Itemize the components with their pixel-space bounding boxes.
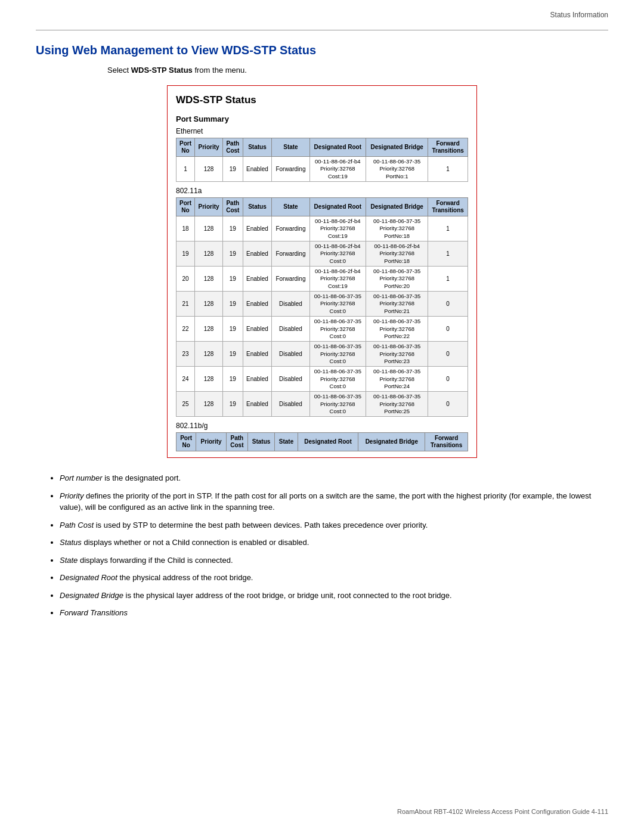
- cell-des-bridge: 00-11-88-06-37-35Priority:32768PortNo:20: [366, 267, 428, 292]
- cell-des-bridge: 00-11-88-06-37-35Priority:32768PortNo:23: [366, 342, 428, 367]
- col-fwd: ForwardTransitions: [428, 138, 468, 157]
- bullet-italic: Path Cost: [60, 521, 94, 529]
- top-divider: [36, 30, 608, 30]
- wds-box-title: WDS-STP Status: [176, 94, 468, 106]
- cell-priority: 128: [195, 317, 223, 342]
- cell-des-root: 00-11-88-06-37-35Priority:32768Cost:0: [309, 367, 366, 392]
- cell-cost: 19: [223, 342, 243, 367]
- cell-des-root: 00-11-88-06-2f-b4Priority:32768Cost:19: [309, 216, 366, 241]
- cell-status: Enabled: [243, 157, 272, 182]
- cell-priority: 128: [195, 367, 223, 392]
- list-item: Forward Transitions: [60, 607, 608, 619]
- cell-status: Enabled: [243, 292, 272, 317]
- bullet-text: is the physical layer address of the roo…: [123, 591, 452, 600]
- cell-fwd: 0: [428, 367, 468, 392]
- cell-des-root: 00-11-88-06-37-35Priority:32768Cost:0: [309, 342, 366, 367]
- table-row: 19 128 19 Enabled Forwarding 00-11-88-06…: [177, 241, 468, 267]
- cell-state: Disabled: [272, 392, 309, 417]
- cell-state: Forwarding: [272, 267, 309, 292]
- bullet-italic: Priority: [60, 491, 83, 500]
- table-row: 24 128 19 Enabled Disabled 00-11-88-06-3…: [177, 367, 468, 392]
- section-802-11bg-label: 802.11b/g: [176, 422, 468, 430]
- cell-cost: 19: [223, 367, 243, 392]
- bullet-text: the physical address of the root bridge.: [117, 573, 253, 582]
- bg-col-des-root: Designated Root: [298, 433, 358, 451]
- a-col-des-bridge: Designated Bridge: [366, 198, 428, 216]
- table-row: 21 128 19 Enabled Disabled 00-11-88-06-3…: [177, 292, 468, 317]
- cell-priority: 128: [195, 292, 223, 317]
- bullet-text: displays whether or not a Child connecti…: [82, 538, 309, 547]
- cell-fwd: 1: [428, 241, 468, 267]
- cell-state: Forwarding: [272, 216, 309, 241]
- cell-port: 23: [177, 342, 195, 367]
- cell-status: Enabled: [243, 216, 272, 241]
- a-table-header-row: PortNo Priority PathCost Status State De…: [177, 198, 468, 216]
- list-item: Path Cost is used by STP to determine th…: [60, 519, 608, 531]
- cell-state: Forwarding: [272, 157, 309, 182]
- page-title: Using Web Management to View WDS-STP Sta…: [36, 44, 608, 57]
- col-state: State: [272, 138, 309, 157]
- cell-fwd: 0: [428, 317, 468, 342]
- list-item: State displays forwarding if the Child i…: [60, 555, 608, 566]
- cell-des-bridge: 00-11-88-06-37-35Priority:32768PortNo:22: [366, 317, 428, 342]
- cell-fwd: 1: [428, 157, 468, 182]
- list-item: Port number is the designated port.: [60, 472, 608, 484]
- cell-port: 1: [177, 157, 195, 182]
- bg-table: PortNo Priority PathCost Status State De…: [176, 432, 468, 451]
- bullet-italic: Forward Transitions: [60, 608, 128, 617]
- cell-cost: 19: [223, 317, 243, 342]
- cell-status: Enabled: [243, 317, 272, 342]
- cell-fwd: 1: [428, 267, 468, 292]
- cell-des-root: 00-11-88-06-2f-b4Priority:32768Cost:19: [309, 267, 366, 292]
- table-row: 23 128 19 Enabled Disabled 00-11-88-06-3…: [177, 342, 468, 367]
- page-container: Status Information Using Web Management …: [0, 0, 644, 833]
- cell-cost: 19: [223, 392, 243, 417]
- cell-des-root: 00-11-88-06-37-35Priority:32768Cost:0: [309, 292, 366, 317]
- bg-col-state: State: [275, 433, 298, 451]
- a-col-status: Status: [243, 198, 272, 216]
- a-col-state: State: [272, 198, 309, 216]
- list-item: Status displays whether or not a Child c…: [60, 537, 608, 549]
- col-path-cost: PathCost: [223, 138, 243, 157]
- cell-port: 21: [177, 292, 195, 317]
- ethernet-table: PortNo Priority PathCost Status State De…: [176, 138, 468, 182]
- list-item: Designated Bridge is the physical layer …: [60, 590, 608, 602]
- cell-port: 19: [177, 241, 195, 267]
- cell-des-root: 00-11-88-06-37-35Priority:32768Cost:0: [309, 317, 366, 342]
- bg-col-port-no: PortNo: [177, 433, 196, 451]
- cell-priority: 128: [195, 342, 223, 367]
- cell-cost: 19: [223, 292, 243, 317]
- cell-status: Enabled: [243, 367, 272, 392]
- cell-priority: 128: [195, 157, 223, 182]
- cell-state: Disabled: [272, 292, 309, 317]
- bullet-text: is used by STP to determine the best pat…: [94, 521, 428, 529]
- cell-des-bridge: 00-11-88-06-37-35Priority:32768PortNo:24: [366, 367, 428, 392]
- cell-des-bridge: 00-11-88-06-37-35Priority:32768PortNo:18: [366, 216, 428, 241]
- table-row: 25 128 19 Enabled Disabled 00-11-88-06-3…: [177, 392, 468, 417]
- cell-fwd: 0: [428, 292, 468, 317]
- table-row: 18 128 19 Enabled Forwarding 00-11-88-06…: [177, 216, 468, 241]
- cell-status: Enabled: [243, 342, 272, 367]
- intro-text-before: Select: [107, 66, 131, 75]
- bg-col-status: Status: [247, 433, 274, 451]
- cell-port: 22: [177, 317, 195, 342]
- col-priority: Priority: [195, 138, 223, 157]
- cell-des-bridge: 00-11-88-06-2f-b4Priority:32768PortNo:18: [366, 241, 428, 267]
- cell-des-bridge: 00-11-88-06-37-35Priority:32768PortNo:25: [366, 392, 428, 417]
- top-right-label: Status Information: [550, 11, 608, 19]
- a-table: PortNo Priority PathCost Status State De…: [176, 197, 468, 417]
- a-col-fwd: ForwardTransitions: [428, 198, 468, 216]
- cell-des-bridge: 00-11-88-06-37-35Priority:32768PortNo:1: [366, 157, 428, 182]
- a-col-priority: Priority: [195, 198, 223, 216]
- footer: RoamAbout RBT-4102 Wireless Access Point…: [397, 808, 608, 815]
- cell-state: Forwarding: [272, 241, 309, 267]
- cell-fwd: 0: [428, 392, 468, 417]
- cell-status: Enabled: [243, 392, 272, 417]
- table-header-row: PortNo Priority PathCost Status State De…: [177, 138, 468, 157]
- col-status: Status: [243, 138, 272, 157]
- cell-port: 25: [177, 392, 195, 417]
- table-row: 1 128 19 Enabled Forwarding 00-11-88-06-…: [177, 157, 468, 182]
- cell-priority: 128: [195, 392, 223, 417]
- bullet-list: Port number is the designated port.Prior…: [60, 472, 608, 619]
- ethernet-label: Ethernet: [176, 127, 468, 135]
